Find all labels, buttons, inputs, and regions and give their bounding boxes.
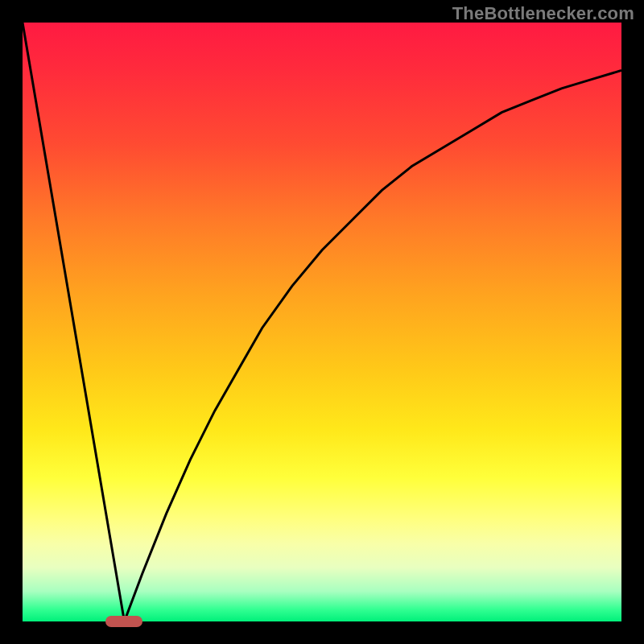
chart-frame: TheBottlenecker.com [0,0,644,644]
plot-area [23,23,621,621]
curves-svg [23,23,621,621]
right-curve-path [124,71,621,621]
left-line-path [23,23,124,621]
trough-marker [105,616,142,627]
watermark-text: TheBottlenecker.com [452,3,634,24]
